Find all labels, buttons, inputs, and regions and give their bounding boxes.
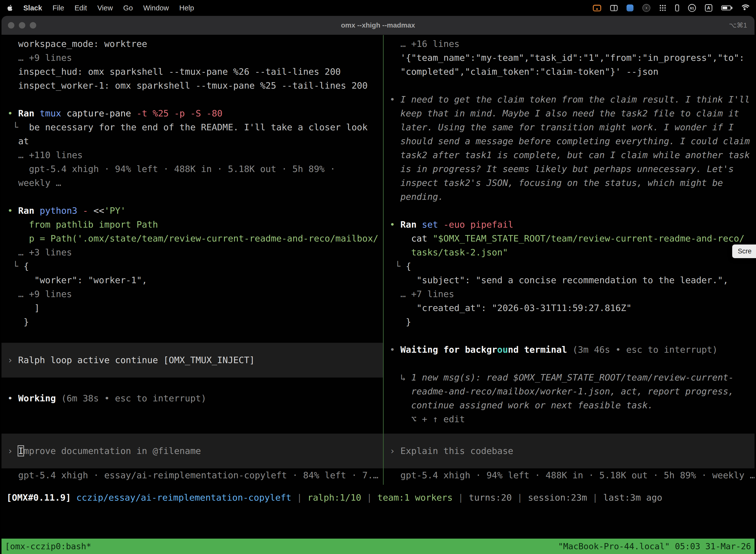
- terminal-pane-right: … +16 lines '{"team_name":"my-team","tas…: [384, 35, 755, 485]
- terminal-line: is in progress? It seems likely but perh…: [384, 162, 755, 176]
- window-title: omx --xhigh --madmax: [341, 21, 415, 29]
- terminal-line: task2 after task1 is complete, but can I…: [384, 148, 755, 162]
- text-segment: └: [7, 261, 23, 271]
- terminal-line: continue assigned work or next feasible …: [384, 398, 755, 412]
- text-segment: readme-and-reco/mailbox/worker-1.json, a…: [390, 386, 734, 396]
- text-segment: ↳: [390, 372, 411, 383]
- prompt-input[interactable]: › Improve documentation in @filename: [1, 434, 383, 468]
- menu-items: FileEditViewGoWindowHelp: [53, 4, 194, 12]
- text-segment: weekly …: [7, 178, 61, 188]
- text-segment: last:3m ago: [603, 492, 662, 503]
- text-segment: Ran: [18, 206, 34, 216]
- terminal-line: └ {: [1, 259, 383, 273]
- terminal-line: ]: [1, 301, 383, 315]
- text-segment: inspect task2's JSON, focusing on the st…: [390, 178, 723, 188]
- menu-bar-left: Slack FileEditViewGoWindowHelp: [7, 4, 194, 12]
- terminal-line: later. Using the same for transition mig…: [384, 120, 755, 134]
- battery-icon[interactable]: [721, 5, 731, 10]
- text-segment: should send a message before completing …: [390, 136, 750, 146]
- menu-bar-status-icons: ›61A: [593, 4, 749, 12]
- terminal-line: "created_at": "2026-03-31T11:59:27.816Z": [384, 301, 755, 315]
- menu-edit[interactable]: Edit: [75, 4, 87, 12]
- window-shortcut-hint: ⌥⌘1: [729, 21, 747, 29]
- menu-go[interactable]: Go: [123, 4, 133, 12]
- input-source-icon[interactable]: A: [705, 4, 712, 12]
- text-segment: "$OMX_TEAM_STATE_ROOT/team/review-curren…: [433, 233, 744, 243]
- text-segment: •: [390, 344, 400, 355]
- text-segment: -t %25 -p -S -80: [136, 108, 223, 118]
- terminal-window: omx --xhigh --madmax ⌥⌘1 workspace_mode:…: [1, 16, 755, 554]
- text-segment: (3m 46s • esc to interrupt): [567, 344, 717, 355]
- terminal-line: "subject": "send a concise recommendatio…: [384, 273, 755, 287]
- text-segment: •: [7, 206, 18, 216]
- terminal-line: inspect_worker-1: omx sparkshell --tmux-…: [1, 79, 383, 93]
- sidebar-toggle-icon[interactable]: [675, 4, 679, 11]
- text-segment: Ran: [18, 108, 34, 118]
- text-segment: <<: [88, 206, 104, 216]
- menu-view[interactable]: View: [98, 4, 113, 12]
- terminal-line: [384, 79, 755, 93]
- text-segment: Waiting for backgr: [400, 344, 497, 355]
- prompt-input[interactable]: › Explain this codebase: [384, 434, 755, 468]
- raycast-icon[interactable]: [627, 4, 633, 11]
- text-segment: -euo pipefail: [443, 219, 513, 230]
- terminal-line: … +3 lines: [1, 245, 383, 259]
- close-button[interactable]: [8, 22, 14, 29]
- prompt-input[interactable]: › Ralph loop active continue [OMX_TMUX_I…: [1, 343, 383, 378]
- text-segment: cat: [390, 233, 433, 243]
- wifi-icon[interactable]: [740, 4, 749, 11]
- text-segment: (6m 38s • esc to interrupt): [56, 393, 206, 403]
- text-segment: Ran: [400, 219, 417, 230]
- terminal-line: └ be necessary for the end of the README…: [1, 120, 383, 134]
- text-segment: [34, 206, 40, 216]
- pane-bottom-group: › Explain this codebase gpt-5.4 xhigh · …: [384, 434, 755, 485]
- app-menu-title[interactable]: Slack: [23, 4, 42, 12]
- terminal-line: }: [384, 315, 755, 329]
- terminal-line: inspect_hud: omx sparkshell --tmux-pane …: [1, 65, 383, 79]
- desktop: { "menu_bar": { "app_name": "Slack", "me…: [0, 0, 756, 554]
- terminal-line: … +7 lines: [384, 287, 755, 301]
- text-segment: |: [587, 492, 603, 503]
- terminal-line: gpt-5.4 xhigh · 94% left · 488K in · 5.1…: [1, 162, 383, 176]
- terminal-app-icon[interactable]: ›: [642, 4, 650, 12]
- text-segment: from pathlib import Path: [7, 219, 158, 230]
- terminal-line: ⌥ + ↑ edit: [384, 412, 755, 426]
- window-layout-icon[interactable]: [610, 5, 618, 11]
- text-segment: … +16 lines: [390, 39, 460, 49]
- text-segment: "completed","claim_token":"claim-token"}…: [390, 66, 658, 77]
- text-segment: ]: [7, 303, 40, 313]
- terminal-line: '{"team_name":"my-team","task_id":"1","f…: [384, 51, 755, 65]
- menu-window[interactable]: Window: [143, 4, 169, 12]
- text-segment: •: [390, 94, 400, 105]
- text-segment: ›: [7, 446, 18, 456]
- text-segment: "subject": "send a concise recommendatio…: [390, 275, 728, 285]
- text-segment: [34, 108, 40, 118]
- apple-icon: [7, 4, 13, 11]
- text-segment: p = Path('.omx/state/team/review-current…: [7, 233, 378, 243]
- text-segment: -: [82, 206, 88, 216]
- text-segment: I: [18, 446, 23, 456]
- terminal-line: p = Path('.omx/state/team/review-current…: [1, 232, 383, 245]
- text-segment: … +110 lines: [7, 150, 82, 160]
- apple-menu[interactable]: [7, 4, 13, 11]
- traffic-lights: [8, 22, 36, 29]
- menu-file[interactable]: File: [53, 4, 64, 12]
- screen-recording-indicator[interactable]: [593, 5, 601, 11]
- text-segment: workspace_mode: worktree: [7, 39, 147, 49]
- minimize-button[interactable]: [19, 22, 25, 29]
- battery-percentage-badge[interactable]: 61: [688, 4, 696, 12]
- text-segment: task2 after task1 is complete, but can I…: [390, 150, 750, 160]
- terminal-line: • Working (6m 38s • esc to interrupt): [1, 391, 383, 405]
- text-segment: ralph:1/10: [308, 492, 361, 503]
- text-segment: ›: [7, 355, 18, 365]
- menu-help[interactable]: Help: [179, 4, 194, 12]
- app-grid-icon[interactable]: [659, 4, 666, 11]
- zoom-button[interactable]: [30, 22, 36, 29]
- text-segment: }: [390, 317, 411, 327]
- window-title-bar[interactable]: omx --xhigh --madmax ⌥⌘1: [1, 16, 755, 35]
- text-segment: [77, 206, 83, 216]
- terminal-line: readme-and-reco/mailbox/worker-1.json, a…: [384, 384, 755, 398]
- text-segment: pending.: [390, 191, 443, 202]
- text-segment: gpt-5.4 xhigh · 94% left · 488K in · 5.1…: [390, 470, 755, 480]
- text-segment: •: [390, 219, 400, 230]
